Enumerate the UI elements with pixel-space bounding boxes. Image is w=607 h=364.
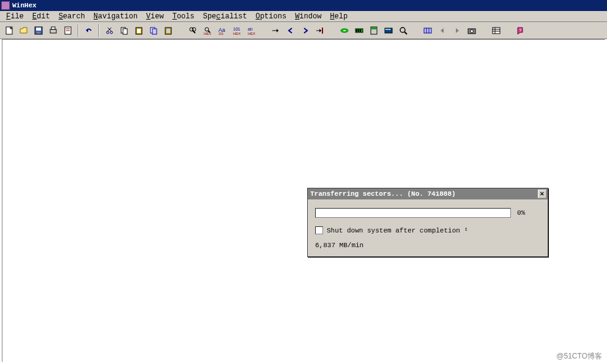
svg-rect-39 [356, 29, 357, 32]
goto-mark-button[interactable] [313, 24, 327, 37]
progress-dialog: Transferring sectors... (No. 741888) ✕ 0… [307, 188, 548, 257]
svg-rect-2 [36, 28, 41, 31]
menu-window[interactable]: Window [291, 12, 325, 21]
svg-rect-50 [424, 28, 431, 33]
toolbar: HEX Aa101 101HEX abHEX ? [0, 22, 607, 39]
menu-options[interactable]: Options [252, 12, 290, 21]
progress-bar [315, 208, 511, 218]
svg-rect-14 [123, 29, 127, 34]
menu-search[interactable]: Search [55, 12, 89, 21]
svg-rect-40 [358, 29, 359, 32]
replace-hex-button[interactable]: abHEX [245, 24, 258, 37]
open-disk-button[interactable] [338, 24, 351, 37]
open-ram-button[interactable] [352, 24, 366, 37]
svg-text:HEX: HEX [248, 32, 255, 35]
magnify-button[interactable] [397, 24, 410, 37]
find-button[interactable] [186, 24, 199, 37]
copy-block-button[interactable] [147, 24, 160, 37]
svg-rect-4 [50, 29, 56, 33]
forward-button[interactable] [299, 24, 312, 37]
back-button[interactable] [284, 24, 297, 37]
svg-text:HEX: HEX [204, 32, 211, 35]
print-button[interactable] [47, 24, 60, 37]
menu-edit[interactable]: Edit [29, 12, 54, 21]
svg-point-23 [192, 28, 196, 31]
svg-text:ab: ab [248, 27, 253, 31]
svg-point-48 [400, 28, 405, 32]
copy-button[interactable] [117, 24, 131, 37]
svg-rect-18 [152, 29, 157, 34]
separator [78, 24, 79, 37]
svg-rect-43 [371, 28, 376, 29]
svg-rect-47 [389, 29, 390, 30]
sync-button[interactable] [421, 24, 434, 37]
menu-navigation[interactable]: Navigation [90, 12, 141, 21]
separator [99, 24, 100, 37]
svg-point-37 [343, 30, 346, 31]
svg-rect-20 [166, 29, 170, 33]
svg-point-9 [106, 31, 109, 34]
menu-tools[interactable]: Tools [169, 12, 198, 21]
svg-rect-46 [387, 29, 389, 30]
progress-percent: 0% [517, 209, 525, 217]
dialog-title: Transferring sectors... (No. 741888) [310, 190, 456, 198]
find-text-button[interactable]: Aa101 [215, 24, 229, 37]
properties-button[interactable] [61, 24, 75, 37]
dialog-close-button[interactable]: ✕ [538, 190, 546, 198]
save-button[interactable] [32, 24, 45, 37]
window-title: WinHex [12, 2, 37, 9]
transfer-rate: 6,837 MB/min [315, 242, 540, 249]
previous-button[interactable] [436, 24, 449, 37]
menu-bar: File Edit Search Navigation View Tools S… [0, 11, 607, 22]
cut-button[interactable] [103, 24, 116, 37]
shutdown-label: Shut down system after completion ¹ [327, 227, 468, 234]
menu-file[interactable]: File [2, 12, 28, 21]
find-hex-button[interactable]: HEX [201, 24, 214, 37]
calculator-button[interactable] [367, 24, 381, 37]
analyze-button[interactable] [382, 24, 395, 37]
new-file-button[interactable] [2, 24, 16, 37]
dialog-titlebar[interactable]: Transferring sectors... (No. 741888) ✕ [308, 188, 548, 199]
svg-point-54 [471, 29, 474, 32]
paste-block-button[interactable] [162, 24, 175, 37]
svg-rect-45 [385, 29, 387, 30]
dialog-body: 0% Shut down system after completion ¹ 6… [308, 199, 548, 254]
svg-rect-41 [360, 29, 361, 32]
svg-text:HEX: HEX [233, 32, 240, 35]
svg-text:?: ? [519, 28, 522, 33]
svg-rect-5 [51, 27, 55, 29]
svg-point-10 [110, 31, 113, 34]
shutdown-checkbox[interactable] [315, 226, 323, 234]
snapshot-button[interactable] [465, 24, 479, 37]
next-button[interactable] [450, 24, 464, 37]
svg-rect-3 [37, 32, 40, 34]
paste-button[interactable] [132, 24, 146, 37]
close-icon: ✕ [540, 191, 545, 197]
undo-button[interactable] [82, 24, 95, 37]
window-titlebar: WinHex [0, 0, 607, 11]
menu-view[interactable]: View [143, 12, 168, 21]
options-button[interactable] [490, 24, 503, 37]
svg-rect-55 [493, 28, 500, 34]
svg-line-49 [404, 32, 407, 34]
svg-text:101: 101 [218, 32, 224, 35]
goto-offset-button[interactable] [269, 24, 283, 37]
open-button[interactable] [17, 24, 31, 37]
watermark: @51CTO博客 [556, 351, 602, 362]
app-icon [1, 1, 10, 10]
svg-rect-16 [137, 29, 141, 33]
svg-text:101: 101 [233, 27, 240, 31]
menu-specialist[interactable]: Specialist [199, 12, 251, 21]
menu-help[interactable]: Help [326, 12, 351, 21]
replace-button[interactable]: 101HEX [230, 24, 244, 37]
help-button[interactable]: ? [514, 24, 527, 37]
